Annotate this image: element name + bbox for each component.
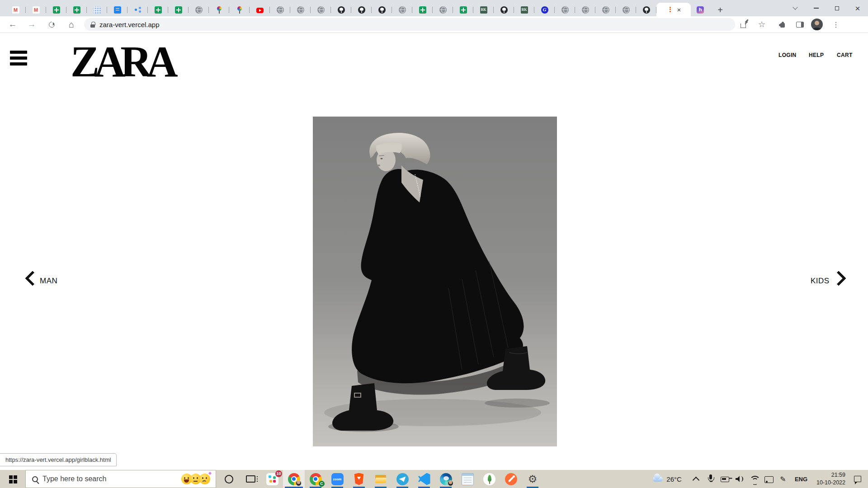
bookmark-button[interactable]: ☆ xyxy=(753,16,770,33)
pinned-tab-globe[interactable] xyxy=(575,4,595,16)
taskbar-brave[interactable] xyxy=(348,470,370,488)
pen-icon[interactable] xyxy=(777,473,789,485)
pinned-tab-dots[interactable] xyxy=(127,4,148,16)
taskbar-settings[interactable] xyxy=(522,470,543,488)
help-link[interactable]: HELP xyxy=(809,52,824,58)
emoji-cry-icon xyxy=(199,474,210,484)
pinned-tab-globe[interactable] xyxy=(290,4,311,16)
home-button[interactable]: ⌂ xyxy=(63,16,80,33)
taskbar-chrome-profile[interactable] xyxy=(283,470,305,488)
taskbar-chrome[interactable]: C xyxy=(305,470,326,488)
login-link[interactable]: LOGIN xyxy=(778,52,797,58)
restore-button[interactable] xyxy=(826,0,847,16)
pinned-tab-pin[interactable] xyxy=(209,4,229,16)
taskbar-notepad[interactable] xyxy=(457,470,478,488)
mic-icon[interactable] xyxy=(705,473,717,485)
pinned-tab-youtube[interactable] xyxy=(250,4,270,16)
chevron-up-icon[interactable] xyxy=(690,473,702,485)
pinned-tab-sheets[interactable] xyxy=(168,4,189,16)
tab-close-icon[interactable]: × xyxy=(677,6,681,13)
pinned-tab-sheets[interactable] xyxy=(148,4,168,16)
pinned-tab-docs[interactable] xyxy=(107,4,127,16)
volume-icon[interactable] xyxy=(734,473,745,485)
pinned-tab-sheets[interactable] xyxy=(453,4,473,16)
weather-widget[interactable]: 26°C xyxy=(653,475,682,483)
share-button[interactable] xyxy=(735,16,752,33)
chevron-right-icon[interactable] xyxy=(831,271,846,286)
language-indicator[interactable]: ENG xyxy=(795,476,807,483)
pinned-tab-github[interactable] xyxy=(331,4,351,16)
taskbar-zoom[interactable]: zoom xyxy=(326,470,348,488)
reload-button[interactable] xyxy=(43,16,60,33)
pinned-tab-globe[interactable] xyxy=(189,4,209,16)
prev-category-man[interactable]: MAN xyxy=(40,277,57,286)
time: 21:59 xyxy=(816,471,845,479)
pinned-tab-pin[interactable] xyxy=(229,4,250,16)
pinned-tab-globe[interactable] xyxy=(270,4,290,16)
close-button[interactable]: × xyxy=(847,0,868,16)
tab-search-button[interactable] xyxy=(785,0,806,16)
tab-hashnode[interactable]: h xyxy=(691,4,710,16)
pinned-tab-sheets[interactable] xyxy=(46,4,66,16)
pinned-tab-rk[interactable]: RK xyxy=(514,4,534,16)
cortana-icon xyxy=(225,475,233,483)
back-button[interactable]: ← xyxy=(5,16,21,33)
taskbar-explorer[interactable] xyxy=(370,470,392,488)
taskbar-edge[interactable] xyxy=(435,470,457,488)
globe-favicon xyxy=(277,6,284,14)
taskbar-slack[interactable]: 10 xyxy=(261,470,283,488)
forward-button[interactable]: → xyxy=(24,16,40,33)
cast-icon[interactable] xyxy=(763,473,774,485)
menu-button[interactable] xyxy=(10,51,27,66)
minimize-button[interactable] xyxy=(806,0,826,16)
pinned-tab-globe[interactable] xyxy=(616,4,636,16)
pinned-tab-globe[interactable] xyxy=(392,4,412,16)
battery-icon[interactable] xyxy=(719,473,731,485)
action-center-button[interactable] xyxy=(850,470,865,488)
next-category-kids[interactable]: KIDS xyxy=(811,277,830,286)
pinned-tab-grid[interactable] xyxy=(87,4,107,16)
zara-logo[interactable]: ZARA xyxy=(71,39,173,84)
pinned-tab-sheets[interactable] xyxy=(66,4,87,16)
url-text[interactable]: zara-vert.vercel.app xyxy=(99,21,160,28)
search-highlights-emojis[interactable] xyxy=(183,474,210,484)
start-button[interactable] xyxy=(0,470,25,488)
clock[interactable]: 21:59 10-10-2022 xyxy=(816,471,845,487)
pinned-tab-globe[interactable] xyxy=(311,4,331,16)
restore-icon xyxy=(835,6,839,10)
pinned-tab-globe[interactable] xyxy=(595,4,616,16)
browser-tab-strip: MMRKRKG × h + × xyxy=(0,0,868,16)
taskbar-apps: 10Czoom xyxy=(218,470,543,488)
minimize-icon xyxy=(814,8,819,9)
active-tab[interactable]: × xyxy=(656,3,691,16)
taskbar-taskview[interactable] xyxy=(240,470,261,488)
taskbar-search[interactable]: Type here to search xyxy=(25,470,216,488)
pinned-tab-github[interactable] xyxy=(494,4,514,16)
pinned-tab-globe[interactable] xyxy=(555,4,575,16)
side-panel-button[interactable] xyxy=(791,16,808,33)
taskbar-postman[interactable] xyxy=(500,470,522,488)
pinned-tab-gblue[interactable]: G xyxy=(534,4,555,16)
cart-link[interactable]: CART xyxy=(837,52,853,58)
pinned-tab-github[interactable] xyxy=(372,4,392,16)
taskbar-mongodb[interactable] xyxy=(478,470,500,488)
hero-photo-link[interactable] xyxy=(313,117,557,446)
address-bar[interactable]: zara-vert.vercel.app xyxy=(84,18,735,31)
pinned-tab-github[interactable] xyxy=(351,4,372,16)
pinned-tab-gmail[interactable]: M xyxy=(26,4,46,16)
pinned-tab-gmail[interactable]: M xyxy=(5,4,26,16)
taskbar-telegram[interactable] xyxy=(392,470,413,488)
pinned-tab-github[interactable] xyxy=(636,4,656,16)
taskbar-vscode[interactable] xyxy=(413,470,435,488)
notepad-icon xyxy=(462,473,474,485)
new-tab-button[interactable]: + xyxy=(713,4,727,16)
pinned-tab-sheets[interactable] xyxy=(412,4,433,16)
wifi-icon[interactable] xyxy=(748,473,760,485)
extensions-button[interactable] xyxy=(774,16,791,33)
pinned-tab-rk[interactable]: RK xyxy=(473,4,494,16)
chevron-left-icon[interactable] xyxy=(25,271,40,286)
taskbar-cortana[interactable] xyxy=(218,470,240,488)
profile-button[interactable] xyxy=(808,16,826,33)
browser-menu-button[interactable]: ⋮ xyxy=(827,16,844,33)
pinned-tab-globe[interactable] xyxy=(433,4,453,16)
